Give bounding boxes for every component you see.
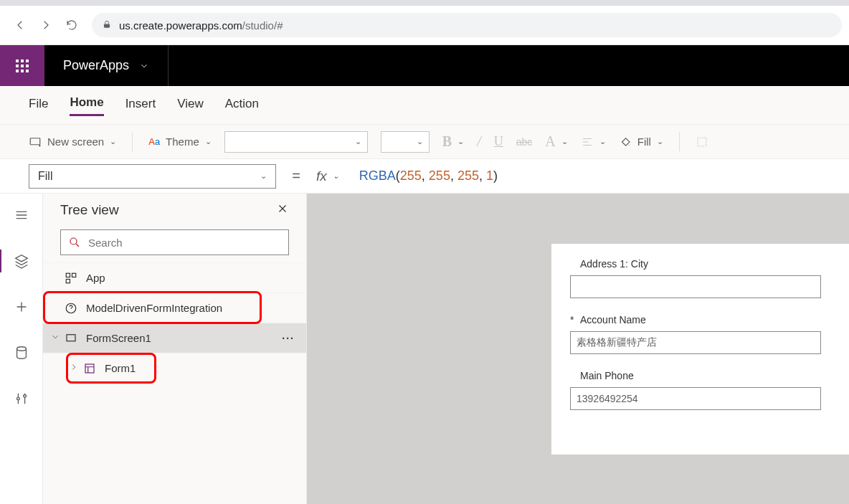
menu-bar: File Home Insert View Action (0, 86, 849, 125)
chevron-down-icon: ⌄ (561, 137, 568, 146)
more-options-button[interactable]: ··· (282, 333, 295, 344)
ribbon-toolbar: New screen ⌄ Aa Theme ⌄ ⌄ ⌄ B ⌄ / U abc … (0, 125, 849, 159)
field-input-accountname[interactable]: 素格格新疆特产店 (570, 331, 821, 354)
waffle-icon (16, 60, 29, 72)
menu-item-file[interactable]: File (29, 95, 48, 115)
menu-item-insert[interactable]: Insert (125, 95, 156, 115)
align-button[interactable]: ⌄ (581, 135, 606, 148)
border-button[interactable] (696, 135, 708, 148)
app-title-dropdown[interactable]: PowerApps (44, 45, 169, 86)
rail-advanced-tools[interactable] (7, 387, 36, 410)
equals-label: = (288, 168, 305, 184)
fill-label: Fill (637, 135, 651, 148)
rail-tree-view[interactable] (7, 249, 36, 272)
strikethrough-button[interactable]: abc (516, 136, 533, 148)
tree-list: App ModelDrivenFormIntegration FormScree… (43, 262, 306, 504)
search-icon (68, 236, 81, 249)
theme-button[interactable]: Aa Theme ⌄ (148, 135, 212, 148)
new-screen-button[interactable]: New screen ⌄ (29, 135, 116, 148)
svg-rect-2 (698, 138, 706, 146)
form-field-mainphone: Main Phone 13926492254 (570, 370, 830, 410)
screen-icon (29, 135, 42, 148)
search-input[interactable] (88, 237, 281, 249)
browser-reload-button[interactable] (59, 12, 85, 38)
tree-view-panel: Tree view App ModelDrivenFormIntegration (43, 194, 307, 504)
formula-input[interactable]: RGBA(255, 255, 255, 1) (351, 164, 820, 189)
expand-toggle[interactable] (69, 362, 79, 374)
field-input-mainphone[interactable]: 13926492254 (570, 387, 821, 410)
svg-rect-6 (72, 273, 76, 277)
hamburger-icon (14, 207, 29, 223)
expand-toggle[interactable] (50, 332, 60, 344)
property-name: Fill (38, 170, 52, 183)
tree-item-label: App (86, 272, 105, 284)
app-title-bar: PowerApps (0, 45, 849, 86)
chevron-down-icon: ⌄ (417, 137, 423, 146)
menu-item-action[interactable]: Action (225, 95, 259, 115)
tree-item-form1[interactable]: Form1 (43, 353, 306, 383)
bold-button[interactable]: B ⌄ (442, 133, 464, 150)
formula-fn: RGBA (359, 168, 396, 184)
screen-icon (65, 332, 77, 345)
menu-item-home[interactable]: Home (70, 94, 103, 116)
underline-button[interactable]: U (494, 134, 503, 149)
italic-button[interactable]: / (477, 133, 481, 150)
underline-icon: U (494, 134, 503, 149)
rail-hamburger[interactable] (7, 204, 36, 227)
fill-button[interactable]: Fill ⌄ (619, 135, 663, 148)
form-preview: Address 1: City * Account Name 素格格新疆特产店 (551, 244, 849, 455)
tree-item-formscreen1[interactable]: FormScreen1 ··· (43, 323, 306, 353)
form-field-accountname: * Account Name 素格格新疆特产店 (570, 314, 830, 354)
browser-back-button[interactable] (7, 12, 33, 38)
font-family-dropdown[interactable]: ⌄ (224, 131, 368, 153)
fx-label: fx (316, 168, 327, 184)
lock-icon (102, 19, 112, 32)
tree-view-title: Tree view (60, 202, 119, 218)
close-panel-button[interactable] (276, 202, 289, 219)
field-value: 素格格新疆特产店 (577, 336, 657, 349)
chevron-down-icon: ⌄ (260, 171, 267, 181)
layers-icon (14, 253, 29, 269)
menu-item-view[interactable]: View (177, 95, 204, 115)
font-size-dropdown[interactable]: ⌄ (381, 131, 430, 153)
field-label: Address 1: City (580, 258, 648, 270)
tree-search-box[interactable] (60, 229, 289, 255)
tools-icon (14, 391, 29, 406)
field-label: Account Name (580, 314, 646, 325)
new-screen-label: New screen (47, 135, 104, 148)
chevron-down-icon: ⌄ (333, 171, 339, 181)
field-input-address1city[interactable] (570, 275, 821, 298)
app-icon (65, 272, 77, 285)
separator (679, 132, 680, 151)
fx-button[interactable]: fx ⌄ (316, 168, 339, 184)
field-label: Main Phone (580, 370, 634, 381)
tree-item-label: ModelDrivenFormIntegration (86, 302, 222, 314)
tree-item-app[interactable]: App (43, 262, 306, 293)
app-launcher-button[interactable] (0, 45, 44, 86)
bold-icon: B (442, 133, 452, 150)
browser-address-bar[interactable]: us.create.powerapps.com/studio/# (92, 13, 842, 37)
strikethrough-icon: abc (516, 136, 533, 148)
rail-data[interactable] (7, 341, 36, 364)
browser-forward-button[interactable] (33, 12, 59, 38)
chevron-down-icon (139, 61, 149, 71)
field-value: 13926492254 (577, 393, 638, 404)
svg-point-4 (70, 238, 77, 244)
svg-rect-9 (67, 334, 75, 341)
svg-rect-5 (66, 273, 70, 277)
tree-item-modeldrivenformintegration[interactable]: ModelDrivenFormIntegration (43, 293, 306, 323)
chevron-down-icon (50, 332, 60, 342)
form-icon (83, 362, 96, 375)
svg-rect-7 (66, 279, 70, 282)
form-field-address1city: Address 1: City (570, 258, 830, 298)
border-icon (696, 135, 708, 148)
italic-icon: / (477, 133, 481, 150)
chevron-down-icon: ⌄ (599, 137, 606, 146)
design-canvas[interactable]: Address 1: City * Account Name 素格格新疆特产店 (307, 194, 849, 504)
font-color-button[interactable]: A ⌄ (545, 133, 567, 150)
separator (132, 132, 133, 151)
property-selector[interactable]: Fill ⌄ (29, 164, 276, 189)
formula-bar: Fill ⌄ = fx ⌄ RGBA(255, 255, 255, 1) (0, 159, 849, 194)
rail-insert[interactable] (7, 295, 36, 318)
tree-item-label: Form1 (105, 362, 136, 374)
